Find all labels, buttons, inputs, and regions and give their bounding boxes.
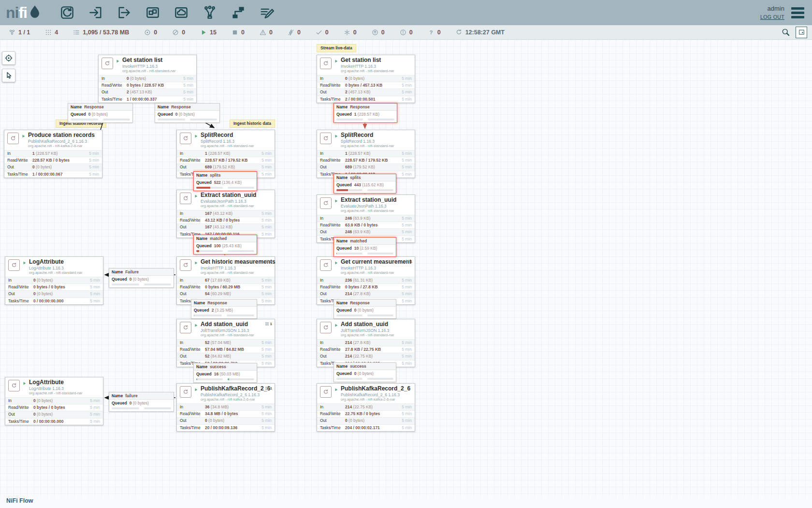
running-status-icon xyxy=(194,323,198,328)
breadcrumb[interactable]: NiFi Flow xyxy=(6,497,33,504)
stat-window: 5 min xyxy=(261,354,272,359)
process-group-component-button[interactable] xyxy=(142,3,163,22)
output-port-component-button[interactable] xyxy=(114,3,135,22)
backpressure-bars xyxy=(191,314,257,318)
stat-label: In xyxy=(180,151,205,156)
connection-failure[interactable]: NameFailureQueued0 (0 bytes) xyxy=(109,268,174,288)
navigate-palette-button[interactable] xyxy=(2,51,15,65)
stat-row-out: Out2 (457.13 KB)5 min xyxy=(99,89,196,95)
connection-response[interactable]: NameResponseQueued0 (0 bytes) xyxy=(334,299,396,319)
label-component-button[interactable] xyxy=(256,3,277,22)
up-to-date-icon xyxy=(316,29,322,36)
panel-toggle-button[interactable] xyxy=(796,27,807,38)
funnel-component-button[interactable] xyxy=(199,3,220,22)
search-button[interactable] xyxy=(782,28,790,36)
processor-component-button[interactable] xyxy=(57,3,78,22)
stat-label: In xyxy=(320,278,345,283)
running-status-icon xyxy=(116,59,120,63)
status-not-transmitting: 0 xyxy=(172,29,185,36)
stat-row-read-write: Read/Write43.12 KB / 0 bytes5 min xyxy=(177,217,275,224)
processor-get-station-list[interactable]: Get station listInvokeHTTP 1.16.3org.apa… xyxy=(317,55,415,103)
connection-matched[interactable]: NamematchedQueued100 (25.43 KB) xyxy=(193,235,257,254)
processor-type: LogAttribute 1.16.3 xyxy=(29,386,82,391)
running-status-icon xyxy=(334,199,338,203)
backpressure-bars xyxy=(194,250,257,254)
canvas-label-stream-live-data[interactable]: Stream live-data xyxy=(317,44,356,52)
connection-matched[interactable]: NamematchedQueued10 (2.59 KB) xyxy=(334,237,396,257)
stat-value: 43.12 KB / 0 bytes xyxy=(205,218,261,223)
processor-logattribute[interactable]: LogAttributeLogAttribute 1.16.3org.apach… xyxy=(5,377,103,425)
stat-window: 5 min xyxy=(402,412,412,416)
processor-produce-station-records[interactable]: Produce station recordsPublishKafkaRecor… xyxy=(4,130,102,178)
processor-get-current-measurement[interactable]: Get current measurementInvokeHTTP 1.16.3… xyxy=(317,256,415,305)
name-key: Name xyxy=(196,237,207,241)
processor-add-station-uuid[interactable]: Add station_uuidJoltTransformJSON 1.16.3… xyxy=(176,319,275,367)
stat-value: 214 (22.75 KB) xyxy=(345,354,402,359)
nifi-logo[interactable]: nifi xyxy=(0,1,45,24)
connection-splits[interactable]: NamesplitsQueued443 (115.62 KB) xyxy=(334,174,396,194)
processor-bundle: org.apache.nifi - nifi-standard-nar xyxy=(201,144,254,148)
stat-label: Read/Write xyxy=(8,285,33,289)
object-threshold-bar xyxy=(112,407,139,409)
processor-publishkafkarecord-2-6[interactable]: PublishKafkaRecord_2_6PublishKafkaRecord… xyxy=(176,383,275,432)
connection-success[interactable]: NamesuccessQueued16 (50.03 MB) xyxy=(193,363,257,383)
stat-window: 5 min xyxy=(261,418,272,423)
queued-key: Queued xyxy=(112,401,127,405)
connection-name-row: Namematched xyxy=(194,235,257,242)
stat-row-in: In214 (22.75 KB)5 min xyxy=(317,403,415,410)
processor-publishkafkarecord-2-6[interactable]: PublishKafkaRecord_2_6PublishKafkaRecord… xyxy=(317,383,415,432)
refresh-icon[interactable] xyxy=(456,29,462,35)
connection-splits[interactable]: NamesplitsQueued522 (136.4 KB) xyxy=(193,171,257,191)
stat-label: Tasks/Time xyxy=(180,426,205,430)
stat-window: 5 min xyxy=(402,426,412,430)
queued-key: Queued xyxy=(71,112,86,117)
running-status-icon xyxy=(194,134,198,138)
stat-value: 0 (0 bytes) xyxy=(205,418,261,423)
stat-window: 5 min xyxy=(402,158,412,163)
canvas-label-ingest-historic-data[interactable]: Ingest historic data xyxy=(230,120,275,128)
connection-success[interactable]: NamesuccessQueued0 (0 bytes) xyxy=(334,362,396,382)
name-key: Name xyxy=(194,301,205,305)
not-transmitting-count: 0 xyxy=(182,29,185,36)
remote-process-group-component-button[interactable] xyxy=(171,3,192,22)
object-threshold-bar xyxy=(336,314,362,316)
connection-response[interactable]: NameResponseQueued2 (3.25 MB) xyxy=(191,299,257,319)
flow-canvas[interactable]: Stream live-dataIngest station recordsIn… xyxy=(0,40,812,508)
processor-titles: Add station_uuidJoltTransformJSON 1.16.3… xyxy=(341,321,394,338)
processor-extract-station-uuid[interactable]: Extract station_uuidEvaluateJsonPath 1.1… xyxy=(317,194,415,243)
operate-palette-button[interactable] xyxy=(2,69,15,82)
stat-row-out: Out54 (60.29 MB)5 min xyxy=(177,290,275,297)
processor-get-station-list[interactable]: Get station listInvokeHTTP 1.16.3org.apa… xyxy=(98,55,197,103)
connection-failure[interactable]: NamefailureQueued0 (0 bytes) xyxy=(109,392,174,412)
logout-link[interactable]: LOG OUT xyxy=(760,14,784,21)
connection-name: success xyxy=(350,364,366,369)
active-threads-badge: 1 xyxy=(265,259,272,264)
cluster-count: 1 / 1 xyxy=(18,29,30,36)
processor-splitrecord[interactable]: SplitRecordSplitRecord 1.16.3org.apache.… xyxy=(317,130,415,178)
processor-name: LogAttribute xyxy=(29,259,82,266)
connection-response[interactable]: NameResponseQueued1 (228.57 KB) xyxy=(334,103,397,123)
stat-window: 5 min xyxy=(261,151,272,156)
running-status-icon xyxy=(194,194,198,198)
size-threshold-bar xyxy=(368,119,394,120)
logo-text-ni: ni xyxy=(6,4,18,22)
template-component-button[interactable] xyxy=(228,3,249,22)
processor-add-station-uuid[interactable]: Add station_uuidJoltTransformJSON 1.16.3… xyxy=(317,319,415,367)
stat-window: 5 min xyxy=(402,418,412,423)
connection-response[interactable]: NameResponseQueued0 (0 bytes) xyxy=(68,103,133,123)
processor-extract-station-uuid[interactable]: Extract station_uuidEvaluateJsonPath 1.1… xyxy=(176,190,275,238)
processor-logattribute[interactable]: LogAttributeLogAttribute 1.16.3org.apach… xyxy=(5,256,103,305)
processor-name: SplitRecord xyxy=(341,132,394,139)
input-port-component-button[interactable] xyxy=(85,3,106,22)
connection-name-row: NameResponse xyxy=(334,299,396,307)
processor-name: Add station_uuid xyxy=(201,321,254,328)
connection-queued-row: Queued2 (3.25 MB) xyxy=(191,307,257,314)
backpressure-bars xyxy=(334,118,397,122)
connection-response[interactable]: NameResponseQueued0 (0 bytes) xyxy=(155,103,220,123)
processor-get-historic-measurements[interactable]: Get historic measurementsInvokeHTTP 1.16… xyxy=(176,256,275,305)
global-menu-button[interactable] xyxy=(791,7,804,18)
stat-label: Out xyxy=(180,165,205,169)
stat-window: 5 min xyxy=(402,216,412,221)
last-refresh-clock[interactable]: 12:58:27 GMT xyxy=(456,29,505,36)
stat-window: 5 min xyxy=(89,172,99,177)
